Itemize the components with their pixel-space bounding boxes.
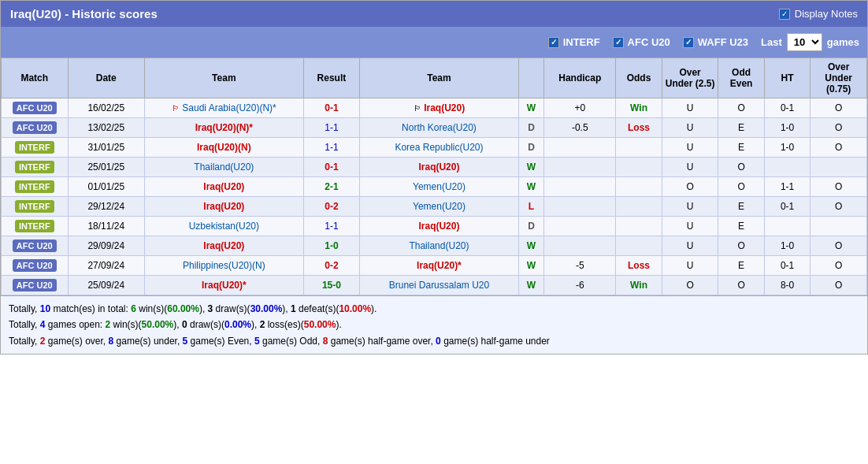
team2-cell: Iraq(U20)* xyxy=(360,256,519,276)
match-type-cell: AFC U20 xyxy=(2,276,69,295)
ou075-cell: O xyxy=(811,256,867,276)
team2-name: Iraq(U20) xyxy=(418,161,459,173)
match-badge: INTERF xyxy=(15,220,54,232)
filter-afc-u20[interactable]: ✓ AFC U20 xyxy=(613,36,670,48)
ou075-cell: O xyxy=(811,118,867,138)
odds-cell xyxy=(616,197,662,217)
ht-cell: 1-1 xyxy=(764,177,811,197)
wr-cell: W xyxy=(518,177,544,197)
waff-u23-checkbox[interactable]: ✓ xyxy=(683,37,694,48)
header-ht: HT xyxy=(764,58,811,98)
result-cell: 0-2 xyxy=(303,256,360,276)
odd-even-cell: E xyxy=(718,118,765,138)
ou075-cell xyxy=(811,158,867,177)
ht-cell xyxy=(764,158,811,177)
display-notes-area: ✓ Display Notes xyxy=(779,8,858,20)
ht-cell: 1-0 xyxy=(764,118,811,138)
match-badge: AFC U20 xyxy=(13,239,57,252)
team2-name[interactable]: Yemen(U20) xyxy=(413,181,466,192)
summary-line1: Totally, 10 match(es) in total: 6 win(s)… xyxy=(9,301,859,317)
odd-even-cell: E xyxy=(718,256,765,276)
result-score: 0-2 xyxy=(325,260,338,271)
result-cell: 1-1 xyxy=(303,138,360,158)
display-notes-checkbox[interactable]: ✓ xyxy=(779,9,790,20)
team1-name[interactable]: Uzbekistan(U20) xyxy=(189,221,259,232)
filter-waff-u23[interactable]: ✓ WAFF U23 xyxy=(683,36,748,48)
ou25-cell: U xyxy=(662,98,718,118)
team1-name[interactable]: Saudi Arabia(U20)(N)* xyxy=(182,102,276,113)
title-bar: Iraq(U20) - Historic scores ✓ Display No… xyxy=(1,1,867,27)
team2-cell: Thailand(U20) xyxy=(360,236,519,256)
ou075-cell: O xyxy=(811,197,867,217)
team2-name[interactable]: Brunei Darussalam U20 xyxy=(389,280,489,291)
games-count-select[interactable]: 10 20 30 xyxy=(787,33,822,51)
handicap-cell xyxy=(544,197,616,217)
team2-name[interactable]: Korea Republic(U20) xyxy=(395,142,483,153)
date-cell: 27/09/24 xyxy=(68,256,145,276)
team2-cell: Iraq(U20) xyxy=(360,217,519,236)
wr-value: W xyxy=(527,260,536,271)
interf-checkbox[interactable]: ✓ xyxy=(548,37,559,48)
afc-u20-checkbox[interactable]: ✓ xyxy=(613,37,624,48)
result-cell: 0-2 xyxy=(303,197,360,217)
result-cell: 1-0 xyxy=(303,236,360,256)
filter-interf[interactable]: ✓ INTERF xyxy=(548,36,600,48)
handicap-cell xyxy=(544,138,616,158)
table-row: INTERF25/01/25Thailand(U20)0-1Iraq(U20)W… xyxy=(2,158,867,177)
match-type-cell: INTERF xyxy=(2,217,69,236)
result-cell: 2-1 xyxy=(303,177,360,197)
table-row: INTERF01/01/25Iraq(U20)2-1Yemen(U20)WOO1… xyxy=(2,177,867,197)
odds-cell xyxy=(616,138,662,158)
table-row: INTERF31/01/25Iraq(U20)(N)1-1Korea Repub… xyxy=(2,138,867,158)
ou075-cell: O xyxy=(811,276,867,295)
header-over-under-075: Over Under (0.75) xyxy=(811,58,867,98)
team2-name[interactable]: North Korea(U20) xyxy=(402,122,477,133)
odd-even-cell: O xyxy=(718,158,765,177)
team1-cell: Iraq(U20)(N) xyxy=(145,138,304,158)
date-cell: 13/02/25 xyxy=(68,118,145,138)
team2-name: Iraq(U20)* xyxy=(417,260,462,271)
wr-cell: W xyxy=(518,256,544,276)
scores-table: Match Date Team Result Team Handicap Odd… xyxy=(1,58,867,295)
page-title: Iraq(U20) - Historic scores xyxy=(10,7,158,20)
waff-u23-label: WAFF U23 xyxy=(698,36,748,48)
odds-value: Loss xyxy=(628,122,650,133)
match-type-cell: AFC U20 xyxy=(2,236,69,256)
ou25-cell: O xyxy=(662,276,718,295)
odd-even-cell: O xyxy=(718,236,765,256)
interf-label: INTERF xyxy=(563,36,600,48)
match-type-cell: INTERF xyxy=(2,158,69,177)
table-row: AFC U2013/02/25Iraq(U20)(N)*1-1North Kor… xyxy=(2,118,867,138)
team1-name: Iraq(U20) xyxy=(203,181,244,192)
team2-name[interactable]: Thailand(U20) xyxy=(409,240,469,251)
handicap-cell: -6 xyxy=(544,276,616,295)
wr-value: D xyxy=(528,142,535,153)
ou25-cell: U xyxy=(662,158,718,177)
wr-cell: L xyxy=(518,197,544,217)
afc-u20-label: AFC U20 xyxy=(628,36,670,48)
flag-icon: 🏳 xyxy=(172,104,180,113)
result-score: 1-0 xyxy=(325,240,338,251)
ou25-cell: U xyxy=(662,118,718,138)
wr-cell: W xyxy=(518,276,544,295)
header-handicap: Handicap xyxy=(544,58,616,98)
odds-value: Win xyxy=(630,102,647,113)
odds-cell: Win xyxy=(616,276,662,295)
header-odd-even: Odd Even xyxy=(718,58,765,98)
table-row: AFC U2016/02/25🏳 Saudi Arabia(U20)(N)*0-… xyxy=(2,98,867,118)
team2-cell: 🏳 Iraq(U20) xyxy=(360,98,519,118)
ht-cell: 0-1 xyxy=(764,98,811,118)
team1-name[interactable]: Thailand(U20) xyxy=(194,161,254,173)
team1-cell: Iraq(U20)* xyxy=(145,276,304,295)
handicap-cell xyxy=(544,158,616,177)
table-row: INTERF29/12/24Iraq(U20)0-2Yemen(U20)LUE0… xyxy=(2,197,867,217)
ou075-cell: O xyxy=(811,177,867,197)
team2-cell: Korea Republic(U20) xyxy=(360,138,519,158)
team1-name[interactable]: Philippines(U20)(N) xyxy=(183,260,265,271)
odd-even-cell: E xyxy=(718,197,765,217)
team1-cell: Philippines(U20)(N) xyxy=(145,256,304,276)
team2-name[interactable]: Yemen(U20) xyxy=(413,201,466,212)
team1-name: Iraq(U20) xyxy=(203,240,244,251)
handicap-cell xyxy=(544,217,616,236)
odds-cell xyxy=(616,158,662,177)
